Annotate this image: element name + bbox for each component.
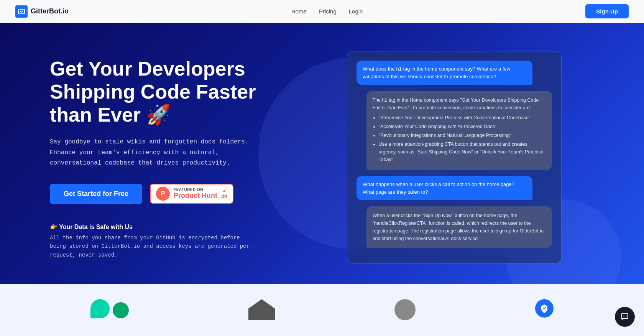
safety-icon: 👉 [50,224,58,230]
logo[interactable]: GitterBot.io [15,5,69,18]
chat-bubble-bot-1: The h1 tag in the Home component says "G… [366,91,552,170]
logo-text: GitterBot.io [31,7,69,15]
safety-text: All the info you share from your GitHub … [50,234,257,259]
svg-point-1 [623,316,624,316]
shape-teal [90,299,110,318]
hero-left: Get Your Developers Shipping Code Faster… [50,46,280,268]
shape-house [248,299,275,320]
chat-bubble-user-1: What does the h1 tag in the home compone… [356,61,532,85]
logo-icon [15,5,28,18]
product-hunt-votes: ▲ 49 [221,188,227,199]
navbar: GitterBot.io Home Pricing Login Sign Up [0,0,644,23]
nav-home[interactable]: Home [291,8,307,15]
bottom-block-3 [394,299,416,320]
chat-fab-icon [620,312,629,321]
signup-button[interactable]: Sign Up [585,4,629,18]
product-hunt-vote-count: 49 [221,193,227,199]
hero-section: Get Your Developers Shipping Code Faster… [0,23,644,284]
svg-point-3 [626,316,627,316]
product-hunt-text: FEATURED ON Product Hunt [174,188,217,200]
chat-message-4: When a user clicks the "Sign Up Now" but… [356,206,552,248]
bottom-block-1 [90,299,129,318]
shield-icon [535,299,554,318]
bottom-block-4 [535,299,554,318]
get-started-button[interactable]: Get Started for Free [50,184,142,204]
hero-right: What does the h1 tag in the home compone… [280,46,613,268]
product-hunt-arrow-icon: ▲ [222,188,227,193]
chat-widget: What does the h1 tag in the home compone… [347,51,562,264]
product-hunt-name: Product Hunt [174,192,217,200]
shape-circle-gray [394,299,416,320]
bottom-section [0,284,644,336]
chat-bubble-bot-2: When a user clicks the "Sign Up Now" but… [366,206,552,248]
safety-title: 👉 Your Data is Safe with Us [50,223,280,231]
product-hunt-badge[interactable]: P FEATURED ON Product Hunt ▲ 49 [150,184,233,204]
nav-pricing[interactable]: Pricing [319,8,337,15]
chat-fab-button[interactable] [615,307,635,327]
bottom-block-2 [248,299,275,320]
nav-links: Home Pricing Login [291,8,363,15]
chat-message-1: What does the h1 tag in the home compone… [356,61,552,85]
safety-title-text: Your Data is Safe with Us [59,224,133,230]
chat-message-2: The h1 tag in the Home component says "G… [356,91,552,170]
svg-rect-0 [18,9,25,14]
chat-message-3: What happens when a user clicks a call t… [356,176,552,200]
product-hunt-featured-label: FEATURED ON [174,188,217,192]
chat-bubble-user-2: What happens when a user clicks a call t… [356,176,532,200]
svg-point-2 [624,316,625,316]
nav-login[interactable]: Login [349,8,363,15]
hero-safety: 👉 Your Data is Safe with Us All the info… [50,223,280,259]
hero-subtitle: Say goodbye to stale wikis and forgotten… [50,137,264,168]
shape-green [113,302,129,318]
product-hunt-logo: P [156,187,170,201]
hero-cta-row: Get Started for Free P FEATURED ON Produ… [50,184,280,204]
hero-title: Get Your Developers Shipping Code Faster… [50,58,280,126]
